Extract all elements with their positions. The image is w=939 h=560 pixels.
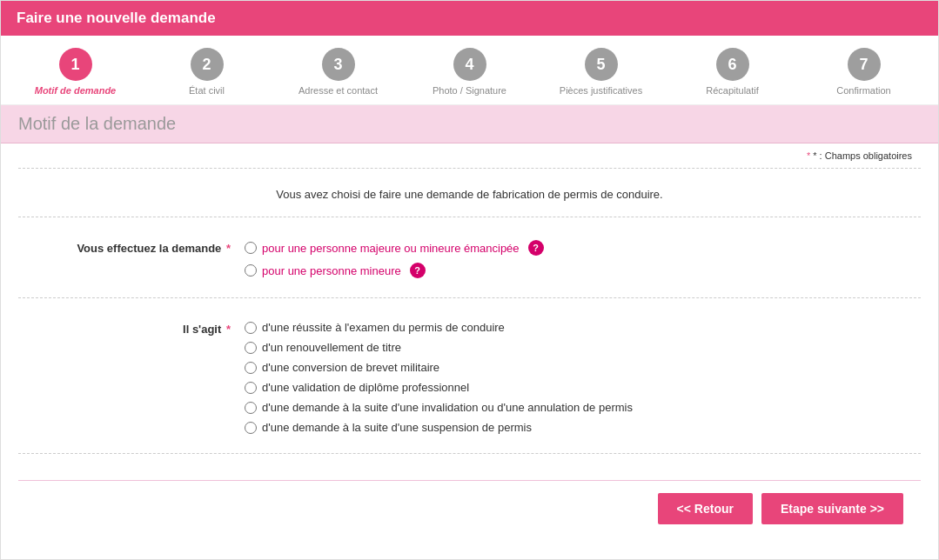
step-4[interactable]: 4 Photo / Signature — [413, 48, 527, 96]
step-circle-1: 1 — [59, 48, 92, 81]
divider-2 — [18, 297, 921, 298]
step-circle-6: 6 — [716, 48, 749, 81]
section-title-bar: Motif de la demande — [1, 105, 938, 143]
radio-renouvellement[interactable] — [245, 342, 257, 354]
demande-label: Vous effectuez la demande * — [70, 240, 245, 255]
footer-bar: << Retour Etape suivante >> — [18, 480, 921, 537]
step-7[interactable]: 7 Confirmation — [808, 48, 921, 96]
divider-bottom — [18, 453, 921, 454]
form-section-demande: Vous effectuez la demande * pour une per… — [18, 221, 921, 294]
step-label-7: Confirmation — [836, 85, 890, 96]
page-title: Faire une nouvelle demande — [17, 10, 216, 26]
steps-bar: 1 Motif de demande 2 État civil 3 Adress… — [1, 36, 938, 105]
section-title: Motif de la demande — [18, 114, 176, 133]
radio-reussite[interactable] — [245, 322, 257, 334]
retour-button[interactable]: << Retour — [658, 493, 753, 524]
option-invalidation[interactable]: d'une demande à la suite d'une invalidat… — [245, 401, 633, 414]
option-validation[interactable]: d'une validation de diplôme professionne… — [245, 381, 633, 394]
form-row-sagit: Il s'agit * d'une réussite à l'examen du… — [18, 314, 921, 437]
help-majeure[interactable]: ? — [528, 240, 544, 256]
radio-validation[interactable] — [245, 382, 257, 394]
content-area: * * : Champs obligatoires Vous avez choi… — [1, 143, 938, 554]
help-mineure[interactable]: ? — [410, 263, 426, 278]
step-label-6: Récapitulatif — [706, 85, 759, 96]
step-label-3: Adresse et contact — [298, 85, 378, 96]
step-3[interactable]: 3 Adresse et contact — [282, 48, 395, 96]
radio-suspension[interactable] — [245, 422, 257, 434]
option-suspension[interactable]: d'une demande à la suite d'une suspensio… — [245, 421, 633, 434]
step-6[interactable]: 6 Récapitulatif — [676, 48, 789, 96]
form-row-demande: Vous effectuez la demande * pour une per… — [18, 233, 921, 282]
option-majeure[interactable]: pour une personne majeure ou mineure éma… — [245, 240, 544, 256]
sagit-label: Il s'agit * — [70, 321, 245, 336]
step-circle-5: 5 — [585, 48, 618, 81]
mandatory-note: * * : Champs obligatoires — [18, 143, 921, 164]
suivante-button[interactable]: Etape suivante >> — [761, 493, 903, 524]
option-reussite[interactable]: d'une réussite à l'examen du permis de c… — [245, 321, 633, 334]
step-circle-3: 3 — [322, 48, 355, 81]
sagit-options: d'une réussite à l'examen du permis de c… — [245, 321, 633, 434]
radio-invalidation[interactable] — [245, 402, 257, 414]
step-circle-2: 2 — [191, 48, 224, 81]
step-circle-7: 7 — [848, 48, 881, 81]
demande-options: pour une personne majeure ou mineure éma… — [245, 240, 544, 278]
step-5[interactable]: 5 Pièces justificatives — [545, 48, 658, 96]
page-wrapper: Faire une nouvelle demande 1 Motif de de… — [0, 0, 939, 560]
step-label-1: Motif de demande — [35, 85, 117, 96]
radio-majeure[interactable] — [245, 242, 257, 254]
form-section-sagit: Il s'agit * d'une réussite à l'examen du… — [18, 302, 921, 450]
step-circle-4: 4 — [453, 48, 486, 81]
step-1[interactable]: 1 Motif de demande — [19, 48, 132, 96]
radio-mineure[interactable] — [245, 264, 257, 277]
step-label-2: État civil — [189, 85, 225, 96]
divider-top — [18, 168, 921, 169]
option-mineure[interactable]: pour une personne mineure ? — [245, 263, 544, 278]
step-label-5: Pièces justificatives — [560, 85, 642, 96]
divider-1 — [18, 217, 921, 217]
page-header: Faire une nouvelle demande — [1, 1, 938, 36]
info-text: Vous avez choisi de faire une demande de… — [18, 172, 921, 213]
radio-conversion[interactable] — [245, 362, 257, 374]
step-2[interactable]: 2 État civil — [151, 48, 264, 96]
option-conversion[interactable]: d'une conversion de brevet militaire — [245, 361, 633, 374]
step-label-4: Photo / Signature — [433, 85, 506, 96]
option-renouvellement[interactable]: d'un renouvellement de titre — [245, 341, 633, 354]
